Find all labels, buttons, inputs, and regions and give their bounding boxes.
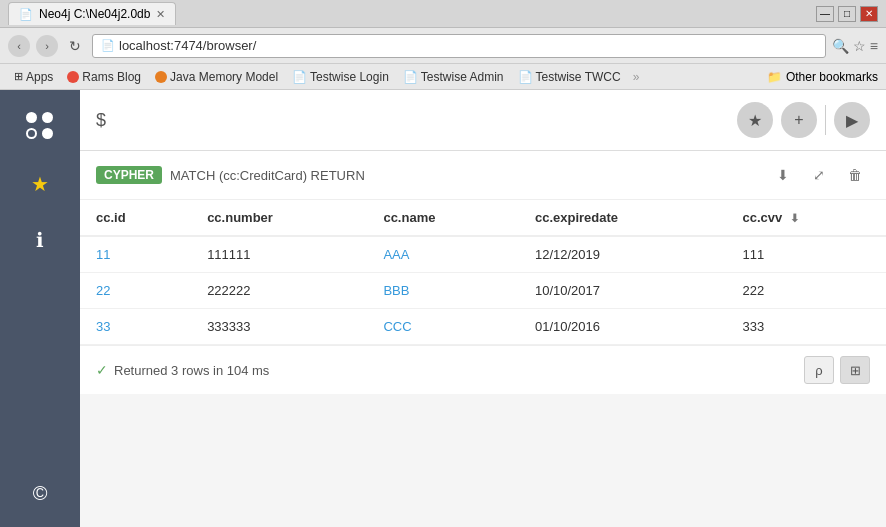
table-row: 11111111AAA12/12/2019111 [80,236,886,273]
cell-number-2: 333333 [191,309,367,345]
minimize-button[interactable]: — [816,6,834,22]
testwise-twcc-doc-icon: 📄 [518,70,533,84]
browser-tab[interactable]: 📄 Neo4j C:\Ne04j2.0db ✕ [8,2,176,25]
menu-icon-button[interactable]: ≡ [870,38,878,54]
col-header-expiredate: cc.expiredate [519,200,727,236]
back-button[interactable]: ‹ [8,35,30,57]
url-text: localhost:7474/browser/ [119,38,256,53]
result-actions: ⬇ ⤢ 🗑 [768,161,870,189]
close-button[interactable]: ✕ [860,6,878,22]
cell-number-1: 222222 [191,273,367,309]
results-table: cc.id cc.number cc.name cc.expiredate cc… [80,200,886,345]
logo-dot-4 [42,128,53,139]
app-logo [20,106,60,146]
rams-blog-icon [67,71,79,83]
table-view-button[interactable]: ⊞ [840,356,870,384]
table-row: 33333333CCC01/10/2016333 [80,309,886,345]
address-bar-icons: 🔍 ☆ ≡ [832,38,878,54]
results-wrapper[interactable]: CYPHER MATCH (cc:CreditCard) RETURN ⬇ ⤢ … [80,151,886,527]
search-icon-button[interactable]: 🔍 [832,38,849,54]
favorite-query-button[interactable]: ★ [737,102,773,138]
col-header-number: cc.number [191,200,367,236]
sidebar-info-icon[interactable]: ℹ [22,222,58,258]
cell-name-2[interactable]: CCC [367,309,519,345]
apps-icon: ⊞ [14,70,23,83]
fullscreen-result-button[interactable]: ⤢ [804,161,834,189]
query-display-text: MATCH (cc:CreditCard) RETURN [170,168,760,183]
bookmark-java-memory[interactable]: Java Memory Model [149,68,284,86]
col-header-name: cc.name [367,200,519,236]
testwise-login-label: Testwise Login [310,70,389,84]
cell-name-1[interactable]: BBB [367,273,519,309]
cell-id-0[interactable]: 11 [80,236,191,273]
testwise-admin-doc-icon: 📄 [403,70,418,84]
url-lock-icon: 📄 [101,39,115,52]
logo-dots [26,112,54,140]
other-bookmarks-label: Other bookmarks [786,70,878,84]
bookmarks-apps[interactable]: ⊞ Apps [8,68,59,86]
sidebar: ★ ℹ © [0,90,80,527]
other-bookmarks[interactable]: 📁 Other bookmarks [767,70,878,84]
main-layout: ★ ℹ © $ ★ + ▶ CYPHER MATCH (cc:CreditCar… [0,90,886,527]
content-area: $ ★ + ▶ CYPHER MATCH (cc:CreditCard) RET… [80,90,886,527]
graph-view-button[interactable]: ρ [804,356,834,384]
cell-cvv-1: 222 [727,273,886,309]
cell-expiredate-1: 10/10/2017 [519,273,727,309]
query-panel-actions: ★ + ▶ [737,102,870,138]
col-download-icon: ⬇ [790,212,799,224]
title-bar: 📄 Neo4j C:\Ne04j2.0db ✕ — □ ✕ [0,0,886,28]
tab-icon: 📄 [19,8,33,21]
java-memory-label: Java Memory Model [170,70,278,84]
table-header-row: cc.id cc.number cc.name cc.expiredate cc… [80,200,886,236]
logo-dot-2 [42,112,53,123]
query-panel: $ ★ + ▶ [80,90,886,151]
logo-dot-3 [26,128,37,139]
check-icon: ✓ [96,362,108,378]
bookmark-testwise-admin[interactable]: 📄 Testwise Admin [397,68,510,86]
col-header-cvv: cc.cvv ⬇ [727,200,886,236]
testwise-twcc-label: Testwise TWCC [536,70,621,84]
java-memory-icon [155,71,167,83]
status-left: ✓ Returned 3 rows in 104 ms [96,362,269,378]
testwise-admin-label: Testwise Admin [421,70,504,84]
star-icon-button[interactable]: ☆ [853,38,866,54]
delete-result-button[interactable]: 🗑 [840,161,870,189]
window-controls: — □ ✕ [816,6,878,22]
query-dollar-sign: $ [96,110,106,131]
cell-name-0[interactable]: AAA [367,236,519,273]
results-panel: CYPHER MATCH (cc:CreditCard) RETURN ⬇ ⤢ … [80,151,886,394]
maximize-button[interactable]: □ [838,6,856,22]
status-right: ρ ⊞ [804,356,870,384]
cell-id-2[interactable]: 33 [80,309,191,345]
run-query-button[interactable]: ▶ [834,102,870,138]
bookmarks-bar: ⊞ Apps Rams Blog Java Memory Model 📄 Tes… [0,64,886,90]
result-header: CYPHER MATCH (cc:CreditCard) RETURN ⬇ ⤢ … [80,151,886,200]
bookmark-testwise-twcc[interactable]: 📄 Testwise TWCC [512,68,627,86]
rams-blog-label: Rams Blog [82,70,141,84]
forward-button[interactable]: › [36,35,58,57]
sidebar-copyright-icon[interactable]: © [22,475,58,511]
url-bar[interactable]: 📄 localhost:7474/browser/ [92,34,826,58]
col-header-id: cc.id [80,200,191,236]
add-query-button[interactable]: + [781,102,817,138]
status-bar: ✓ Returned 3 rows in 104 ms ρ ⊞ [80,345,886,394]
cypher-badge: CYPHER [96,166,162,184]
bookmark-rams-blog[interactable]: Rams Blog [61,68,147,86]
cell-number-0: 111111 [191,236,367,273]
folder-icon: 📁 [767,70,782,84]
bookmarks-separator: » [633,70,640,84]
bookmark-testwise-login[interactable]: 📄 Testwise Login [286,68,395,86]
tab-close-button[interactable]: ✕ [156,8,165,21]
cell-expiredate-0: 12/12/2019 [519,236,727,273]
tab-label: Neo4j C:\Ne04j2.0db [39,7,150,21]
action-divider [825,105,826,135]
cell-id-1[interactable]: 22 [80,273,191,309]
cell-cvv-2: 333 [727,309,886,345]
download-result-button[interactable]: ⬇ [768,161,798,189]
cell-expiredate-2: 01/10/2016 [519,309,727,345]
status-text: Returned 3 rows in 104 ms [114,363,269,378]
address-bar: ‹ › ↻ 📄 localhost:7474/browser/ 🔍 ☆ ≡ [0,28,886,64]
table-row: 22222222BBB10/10/2017222 [80,273,886,309]
sidebar-favorites-icon[interactable]: ★ [22,166,58,202]
refresh-button[interactable]: ↻ [64,35,86,57]
